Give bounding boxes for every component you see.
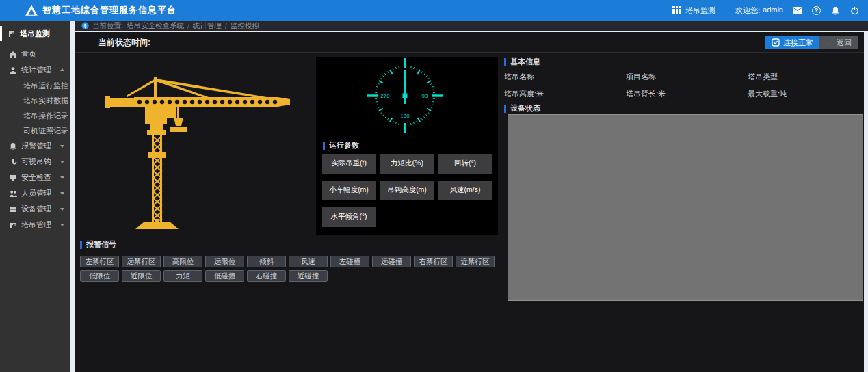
tower-crane-graphic: [96, 59, 321, 236]
alarm-tag: 右碰撞: [247, 270, 286, 282]
field-crane-height: 塔吊高度:米: [504, 89, 626, 99]
breadcrumb-item-stats[interactable]: 统计管理: [193, 21, 222, 31]
section-accent-bar: [80, 241, 82, 249]
sidebar-item-visual-hook[interactable]: 可视吊钩: [0, 154, 70, 170]
breadcrumb-separator: /: [225, 22, 227, 30]
power-icon[interactable]: [850, 5, 860, 16]
alarm-tag: 左碰撞: [330, 256, 369, 267]
platform-logo-icon: [25, 4, 38, 16]
alarm-tag: 右禁行区: [414, 256, 453, 267]
welcome-label: 欢迎您:: [735, 5, 760, 16]
sidebar-item-safety-check[interactable]: 安全检查: [0, 170, 70, 185]
alarm-icon: [9, 142, 17, 150]
param-card-trolley-range: 小车幅度(m): [322, 181, 376, 200]
sidebar-item-crane-run-monitor[interactable]: 塔吊运行监控: [0, 78, 70, 93]
field-crane-type: 塔吊类型: [748, 72, 863, 82]
gauge-panel: 090180270 运行参数 实际吊重(t) 力矩比(%) 回转(°) 小车幅度…: [316, 57, 498, 235]
alarm-tag: 风速: [289, 256, 328, 267]
username: admin: [763, 5, 783, 16]
people-icon: [9, 189, 17, 198]
param-card-moment-ratio: 力矩比(%): [380, 154, 434, 174]
stats-icon: [9, 66, 17, 75]
sidebar-header-crane-monitor[interactable]: 塔吊监测: [0, 26, 70, 41]
device-status-title: 设备状态: [504, 103, 540, 114]
breadcrumb: 当前位置: 塔吊安全检查系统 / 统计管理 / 监控模拟: [75, 21, 868, 31]
app-grid-icon[interactable]: [672, 6, 681, 15]
crane-icon: [8, 29, 16, 38]
sidebar-item-crane-operation-log[interactable]: 塔吊操作记录: [0, 108, 70, 123]
alarm-tag: 远碰撞: [372, 256, 411, 267]
module-switcher[interactable]: 塔吊监测: [685, 5, 715, 16]
content-panel: 当前状态时间: 连接正常 ← 返回: [75, 32, 864, 372]
field-crane-name: 塔吊名称: [504, 72, 626, 82]
section-accent-bar: [323, 142, 325, 150]
monitor-icon: [9, 174, 17, 182]
section-accent-bar: [504, 58, 506, 66]
chevron-down-icon: [60, 145, 64, 148]
param-card-horizontal-tilt: 水平倾角(°): [322, 207, 376, 227]
svg-text:270: 270: [380, 93, 390, 99]
hook-icon: [9, 158, 17, 166]
bell-icon[interactable]: [830, 5, 841, 16]
svg-text:90: 90: [422, 93, 428, 99]
alarm-signals-title: 报警信号: [80, 239, 507, 250]
back-button[interactable]: ← 返回: [819, 36, 858, 49]
alarm-tag: 低限位: [80, 270, 119, 282]
sidebar-item-personnel-mgmt[interactable]: 人员管理: [0, 185, 70, 201]
topbar: 智慧工地综合管理服务信息平台 塔吊监测 欢迎您: admin ?: [0, 0, 868, 21]
device-status-panel: [508, 114, 863, 301]
content-header: 当前状态时间: 连接正常 ← 返回: [75, 32, 864, 53]
alarm-tag: 低碰撞: [205, 270, 244, 282]
sidebar-item-device-mgmt[interactable]: 设备管理: [0, 201, 70, 217]
app-title: 智慧工地综合管理服务信息平台: [42, 0, 176, 21]
breadcrumb-label: 当前位置:: [92, 21, 123, 31]
sidebar-item-stats[interactable]: 统计管理: [0, 62, 70, 78]
location-pin-icon: [81, 22, 89, 29]
sidebar-item-crane-realtime-data[interactable]: 塔吊实时数据: [0, 93, 70, 108]
alarm-tag: 近碰撞: [289, 270, 328, 282]
breadcrumb-item-monitor-sim[interactable]: 监控模拟: [231, 21, 259, 31]
alarm-tag: 左禁行区: [80, 256, 119, 267]
basic-info-title: 基本信息: [504, 57, 540, 67]
run-params-title: 运行参数: [323, 140, 359, 150]
field-boom-length: 塔吊臂长:米: [626, 89, 748, 99]
rotation-gauge: 090180270: [316, 57, 498, 135]
sidebar-item-alarm-mgmt[interactable]: 报警管理: [0, 138, 70, 154]
main-area: 当前位置: 塔吊安全检查系统 / 统计管理 / 监控模拟 当前状态时间: 连接正…: [70, 21, 868, 372]
param-card-hook-height: 吊钩高度(m): [380, 181, 434, 200]
param-card-rotation: 回转(°): [438, 154, 492, 174]
sidebar: 塔吊监测 首页 统计管理 塔吊运行监控 塔吊实时数据 塔吊操作记录 司机证照记录…: [0, 21, 70, 372]
chevron-down-icon: [60, 192, 64, 195]
sidebar-item-driver-license-log[interactable]: 司机证照记录: [0, 123, 70, 138]
connection-status-button[interactable]: 连接正常: [765, 36, 820, 49]
alarm-tag: 倾斜: [247, 256, 286, 267]
chevron-up-icon: [60, 68, 64, 71]
sidebar-item-crane-mgmt[interactable]: 塔吊管理: [0, 217, 70, 232]
device-icon: [9, 205, 17, 213]
chevron-down-icon: [60, 224, 64, 226]
alarm-tag: 近禁行区: [456, 256, 495, 267]
param-card-actual-load: 实际吊重(t): [322, 154, 376, 174]
basic-info-grid: 塔吊名称 项目名称 塔吊类型 塔吊高度:米 塔吊臂长:米 最大载重:吨: [504, 72, 863, 99]
alarm-signals-section: 报警信号 左禁行区 远禁行区 高限位 远限位 倾斜 风速 左碰撞 远碰撞 右禁行…: [80, 239, 507, 282]
breadcrumb-item-system[interactable]: 塔吊安全检查系统: [127, 21, 184, 31]
section-accent-bar: [504, 105, 506, 113]
chevron-down-icon: [60, 176, 64, 179]
breadcrumb-separator: /: [187, 22, 189, 30]
alarm-tag: 远禁行区: [122, 256, 161, 267]
chevron-down-icon: [60, 208, 64, 211]
help-icon[interactable]: ?: [811, 5, 821, 16]
sidebar-item-home[interactable]: 首页: [0, 46, 70, 62]
svg-text:180: 180: [400, 113, 410, 119]
alarm-tag: 高限位: [163, 256, 202, 267]
crane-icon: [9, 221, 17, 229]
mail-icon[interactable]: [792, 5, 802, 16]
param-card-wind-speed: 风速(m/s): [438, 181, 492, 200]
field-max-load: 最大载重:吨: [748, 89, 863, 99]
alarm-tag: 力矩: [163, 270, 202, 282]
alarm-tag: 近限位: [122, 270, 161, 282]
field-project-name: 项目名称: [626, 72, 748, 82]
chevron-down-icon: [60, 161, 64, 163]
status-time-label: 当前状态时间:: [98, 32, 150, 53]
home-icon: [9, 51, 17, 59]
